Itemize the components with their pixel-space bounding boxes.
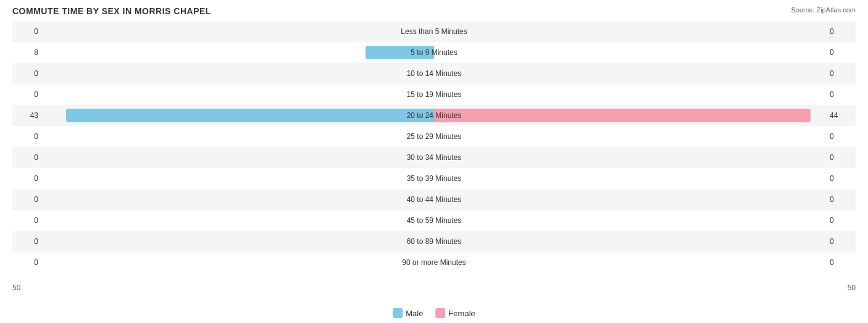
- table-row: 035 to 39 Minutes0: [12, 168, 856, 189]
- legend-male: Male: [393, 308, 423, 318]
- male-value: 0: [12, 69, 42, 78]
- table-row: 030 to 34 Minutes0: [12, 147, 856, 168]
- male-value: 0: [12, 237, 42, 246]
- female-value: 44: [826, 111, 856, 120]
- category-label: 10 to 14 Minutes: [407, 69, 462, 78]
- category-label: 20 to 24 Minutes: [407, 111, 462, 120]
- table-row: 015 to 19 Minutes0: [12, 84, 856, 105]
- female-value: 0: [826, 27, 856, 36]
- female-bar: [434, 109, 811, 122]
- category-label: 45 to 59 Minutes: [407, 216, 462, 225]
- table-row: 090 or more Minutes0: [12, 252, 856, 273]
- category-label: Less than 5 Minutes: [401, 27, 467, 36]
- female-swatch: [435, 308, 445, 318]
- male-value: 8: [12, 48, 42, 57]
- bar-center: 10 to 14 Minutes: [42, 63, 826, 84]
- bar-center: 40 to 44 Minutes: [42, 189, 826, 210]
- male-value: 0: [12, 90, 42, 99]
- bar-center: 30 to 34 Minutes: [42, 147, 826, 168]
- table-row: 85 to 9 Minutes0: [12, 42, 856, 63]
- bar-center: 35 to 39 Minutes: [42, 168, 826, 189]
- axis-right: 50: [848, 283, 856, 292]
- axis-left: 50: [12, 283, 20, 292]
- male-value: 0: [12, 195, 42, 204]
- table-row: 010 to 14 Minutes0: [12, 63, 856, 84]
- female-value: 0: [826, 174, 856, 183]
- category-label: 40 to 44 Minutes: [407, 195, 462, 204]
- bar-center: 25 to 29 Minutes: [42, 126, 826, 147]
- table-row: 040 to 44 Minutes0: [12, 189, 856, 210]
- female-value: 0: [826, 195, 856, 204]
- category-label: 25 to 29 Minutes: [407, 132, 462, 141]
- category-label: 35 to 39 Minutes: [407, 174, 462, 183]
- female-value: 0: [826, 90, 856, 99]
- bar-center: 20 to 24 Minutes: [42, 105, 826, 126]
- legend-female: Female: [435, 308, 475, 318]
- female-value: 0: [826, 258, 856, 267]
- male-value: 0: [12, 27, 42, 36]
- male-swatch: [393, 308, 403, 318]
- male-value: 0: [12, 258, 42, 267]
- female-value: 0: [826, 153, 856, 162]
- table-row: 045 to 59 Minutes0: [12, 210, 856, 231]
- female-value: 0: [826, 69, 856, 78]
- category-label: 90 or more Minutes: [402, 258, 465, 267]
- table-row: 025 to 29 Minutes0: [12, 126, 856, 147]
- male-label: Male: [406, 309, 423, 318]
- chart-container: COMMUTE TIME BY SEX IN MORRIS CHAPEL Sou…: [0, 0, 868, 323]
- table-row: 0Less than 5 Minutes0: [12, 21, 856, 42]
- female-value: 0: [826, 237, 856, 246]
- male-value: 0: [12, 174, 42, 183]
- bar-center: 45 to 59 Minutes: [42, 210, 826, 231]
- table-row: 060 to 89 Minutes0: [12, 231, 856, 252]
- table-row: 4320 to 24 Minutes44: [12, 105, 856, 126]
- female-value: 0: [826, 216, 856, 225]
- bar-center: 60 to 89 Minutes: [42, 231, 826, 252]
- bar-center: Less than 5 Minutes: [42, 21, 826, 42]
- bar-center: 90 or more Minutes: [42, 252, 826, 273]
- category-label: 30 to 34 Minutes: [407, 153, 462, 162]
- female-label: Female: [448, 309, 475, 318]
- male-value: 43: [12, 111, 42, 120]
- female-value: 0: [826, 48, 856, 57]
- bar-center: 15 to 19 Minutes: [42, 84, 826, 105]
- source-label: Source: ZipAtlas.com: [791, 6, 856, 14]
- male-bar: [66, 109, 434, 122]
- category-label: 5 to 9 Minutes: [411, 48, 457, 57]
- category-label: 60 to 89 Minutes: [407, 237, 462, 246]
- chart-title: COMMUTE TIME BY SEX IN MORRIS CHAPEL: [12, 6, 856, 16]
- male-value: 0: [12, 132, 42, 141]
- rows-area: 0Less than 5 Minutes085 to 9 Minutes0010…: [12, 21, 856, 273]
- category-label: 15 to 19 Minutes: [407, 90, 462, 99]
- legend: Male Female: [393, 308, 475, 318]
- male-value: 0: [12, 153, 42, 162]
- male-value: 0: [12, 216, 42, 225]
- bar-center: 5 to 9 Minutes: [42, 42, 826, 63]
- female-value: 0: [826, 132, 856, 141]
